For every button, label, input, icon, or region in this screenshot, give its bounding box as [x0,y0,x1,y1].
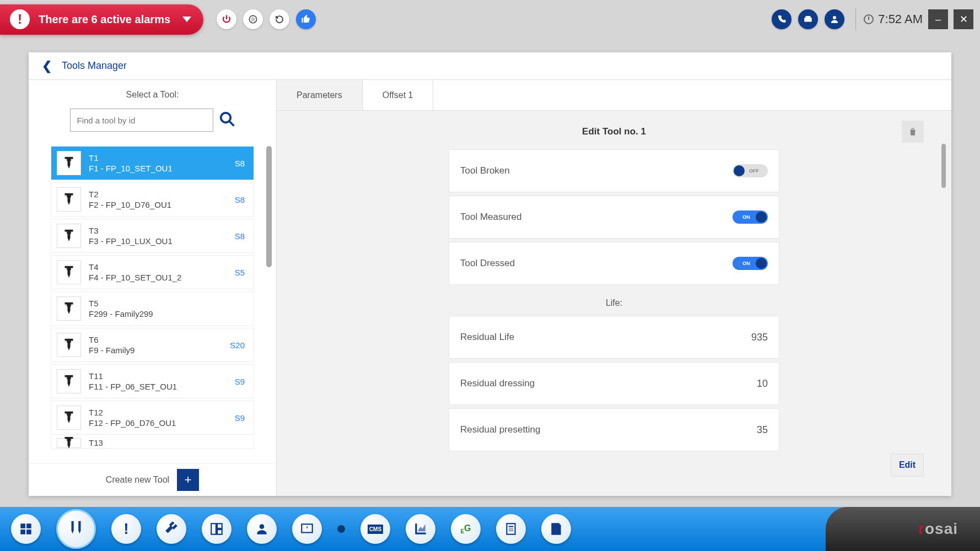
taskbar-alerts-button[interactable]: ! [111,514,141,544]
tool-item-t2[interactable]: T2F2 - FP_10_D76_OU1S8 [51,182,254,217]
machine-button[interactable] [798,9,818,29]
tool-slot-badge: S9 [235,377,245,386]
tool-item-t12[interactable]: T12F12 - FP_06_D76_OU1S9 [51,401,254,435]
tool-item-t4[interactable]: T4F4 - FP_10_SET_OU1_2S5 [51,255,254,289]
tool-family: F11 - FP_06_SET_OU1 [89,381,227,392]
tool-family: F9 - Family9 [89,345,222,356]
clock-display: 7:52 AM [864,12,923,26]
taskbar-eg-button[interactable]: EG [451,514,481,544]
param-label: Residual dressing [460,378,535,389]
svg-rect-10 [211,523,216,534]
svg-rect-7 [26,523,31,528]
tab-offset-1[interactable]: Offset 1 [363,80,434,110]
param-residual-dressing: Residual dressing 10 [449,362,779,405]
alert-icon: ! [10,9,30,29]
taskbar-tools-button[interactable] [56,509,96,549]
back-button[interactable]: ❮ [42,59,52,73]
create-tool-button[interactable]: + [177,469,199,491]
param-tool-broken: Tool Broken OFF [449,149,779,192]
tool-slot-badge: S9 [235,413,245,423]
thumbs-up-button[interactable] [296,9,316,29]
activity-button[interactable] [243,9,263,29]
power-button[interactable] [217,9,236,29]
tool-id: T12 [89,407,227,418]
drill-icon [57,438,81,448]
svg-rect-2 [806,16,811,18]
tool-item-t11[interactable]: T11F11 - FP_06_SET_OU1S9 [51,364,254,398]
drill-icon [57,369,81,393]
svg-point-13 [260,524,265,529]
edit-button[interactable]: Edit [891,453,924,477]
toggle-tool-dressed[interactable]: ON [733,257,768,270]
svg-point-4 [220,113,230,123]
toggle-tool-broken[interactable]: OFF [733,164,768,177]
tool-id: T11 [89,371,227,382]
svg-point-3 [833,16,836,19]
param-value: 10 [757,378,768,390]
tool-family: F299 - Family299 [89,309,237,320]
tool-item-t5[interactable]: T5F299 - Family299 [51,291,254,326]
clock-time: 7:52 AM [878,12,923,26]
tool-id: T4 [89,262,227,273]
select-tool-label: Select a Tool: [42,90,263,100]
drill-icon [57,296,81,321]
tool-family: F2 - FP_10_D76_OU1 [89,199,227,210]
edit-tool-title: Edit Tool no. 1 [582,126,646,137]
alarm-text: There are 6 active alarms [39,13,170,26]
svg-rect-9 [26,530,31,534]
drill-icon [57,224,81,248]
taskbar-maintenance-button[interactable] [157,514,186,544]
svg-rect-1 [805,18,812,22]
delete-tool-button[interactable] [902,121,924,143]
tool-item-t6[interactable]: T6F9 - Family9S20 [51,328,254,362]
taskbar-calculator-button[interactable] [496,514,526,544]
refresh-button[interactable] [270,9,289,29]
search-input[interactable] [70,109,213,132]
taskbar-program-button[interactable]: * [292,514,322,544]
taskbar-chart-button[interactable] [406,514,435,544]
tool-slot-badge: S8 [235,159,245,168]
taskbar-notes-button[interactable] [541,514,571,544]
taskbar-indicator-dot [337,525,345,533]
taskbar-cms-button[interactable]: CMS [360,514,390,544]
param-residual-presetting: Residual presetting 35 [449,408,779,451]
brand-logo: rosai [918,520,958,538]
taskbar-user-button[interactable] [247,514,277,544]
tool-family: F4 - FP_10_SET_OU1_2 [89,272,227,283]
toggle-tool-measured[interactable]: ON [733,210,768,224]
create-tool-label: Create new Tool [106,475,169,485]
tool-slot-badge: S5 [235,268,245,277]
user-button[interactable] [825,9,844,29]
param-label: Tool Broken [460,165,510,176]
taskbar-apps-button[interactable] [11,514,41,544]
list-scrollbar[interactable] [266,146,272,267]
drill-icon [57,151,81,175]
param-label: Residual presetting [460,424,541,435]
search-icon[interactable] [219,111,235,129]
param-label: Tool Measured [460,212,522,223]
minimize-button[interactable]: – [928,9,948,29]
tool-item-t1[interactable]: T1F1 - FP_10_SET_OU1S8 [51,146,254,180]
param-value: 35 [757,424,768,436]
tool-slot-badge: S8 [235,231,245,241]
tool-item-t3[interactable]: T3F3 - FP_10_LUX_OU1S8 [51,219,254,253]
clock-icon [864,14,874,24]
param-tool-dressed: Tool Dressed ON [449,242,779,285]
tool-id: T5 [89,298,237,309]
detail-scrollbar[interactable] [941,144,946,188]
taskbar-layout-button[interactable] [202,514,231,544]
close-button[interactable]: ✕ [954,9,973,29]
alarm-banner[interactable]: ! There are 6 active alarms [0,4,203,35]
phone-button[interactable] [772,9,791,29]
param-tool-measured: Tool Measured ON [449,196,779,239]
svg-rect-12 [217,530,222,534]
tool-family: F12 - FP_06_D76_OU1 [89,418,227,429]
life-section-label: Life: [449,298,779,308]
tab-parameters[interactable]: Parameters [277,80,363,110]
drill-icon [57,187,81,212]
svg-line-5 [229,121,234,126]
param-label: Residual Life [460,332,514,343]
drill-icon [57,260,81,284]
drill-icon [57,333,81,357]
tool-item-t13[interactable]: T13 [51,437,254,449]
